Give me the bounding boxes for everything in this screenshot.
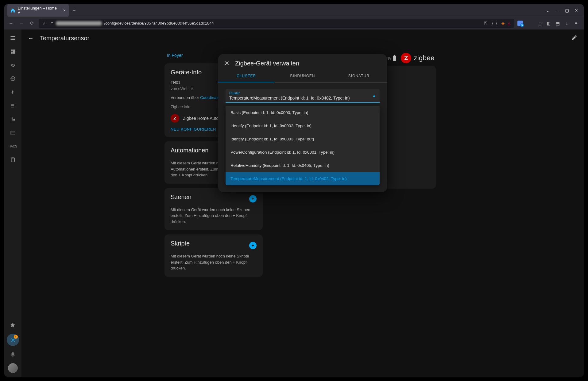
back-button[interactable]: ←: [28, 35, 34, 42]
shield-icon[interactable]: ◈: [501, 21, 505, 26]
cluster-select-value: TemperatureMeasurement (Endpoint id: 1, …: [229, 95, 376, 100]
svg-rect-0: [517, 21, 523, 26]
window-controls: ⌄ — ▢ ✕: [546, 8, 581, 13]
scenes-card: Szenen + Mit diesem Gerät wurden noch ke…: [164, 188, 263, 230]
browser-toolbar: ← → ⟳ ☆ ≡ /config/devices/device/9357a40…: [4, 17, 584, 29]
sidebar-item-map[interactable]: [7, 73, 19, 85]
dialog-close-button[interactable]: ✕: [224, 60, 230, 67]
edit-icon[interactable]: [571, 34, 578, 42]
close-icon[interactable]: ×: [63, 8, 66, 13]
scripts-title: Skripte: [171, 240, 190, 247]
dropdown-option[interactable]: Basic (Endpoint id: 1, Id: 0x0000, Type:…: [226, 106, 380, 119]
page-header: ← Temperatursensor: [21, 29, 584, 47]
cluster-dropdown: Basic (Endpoint id: 1, Id: 0x0000, Type:…: [226, 106, 380, 185]
cluster-select-label: Cluster: [229, 91, 376, 95]
browser-tab[interactable]: Einstellungen – Home A ×: [7, 4, 69, 17]
svg-rect-6: [394, 55, 395, 56]
app-menu-icon[interactable]: ≡: [573, 21, 579, 26]
sidebar-item-settings[interactable]: [7, 334, 19, 346]
sidebar-item-notifications[interactable]: [7, 348, 19, 361]
svg-rect-5: [393, 56, 396, 61]
user-avatar[interactable]: [8, 363, 18, 373]
site-info-icon[interactable]: ≡: [51, 21, 53, 26]
sidebar-item-todo[interactable]: [7, 154, 19, 166]
zigbee-brand: Ƶ zigbee: [401, 53, 435, 63]
tab-cluster[interactable]: CLUSTER: [218, 70, 274, 82]
addr-host-blurred: [56, 21, 102, 26]
tab-favicon: [10, 8, 15, 13]
dropdown-option[interactable]: Identify (Endpoint id: 1, Id: 0x0003, Ty…: [226, 119, 380, 132]
zigbee-logo-icon: Ƶ: [401, 53, 411, 63]
nav-forward-button[interactable]: →: [18, 21, 25, 26]
bookmark-icon[interactable]: ☆: [42, 21, 46, 26]
cluster-select[interactable]: Cluster TemperatureMeasurement (Endpoint…: [226, 89, 380, 103]
url-path: /config/devices/device/9357a400e9bd6e03c…: [104, 21, 214, 26]
dialog-title: Zigbee-Gerät verwalten: [235, 60, 299, 67]
sidebar-item-energy[interactable]: [7, 59, 19, 71]
extension-langtool-icon[interactable]: [517, 21, 523, 26]
svg-point-4: [12, 339, 14, 341]
scenes-title: Szenen: [171, 194, 191, 201]
dialog-tabs: CLUSTER BINDUNGEN SIGNATUR: [218, 70, 387, 83]
dropdown-option-selected[interactable]: TemperatureMeasurement (Endpoint id: 1, …: [226, 172, 380, 185]
scenes-empty-text: Mit diesem Gerät wurden noch keine Szene…: [171, 207, 257, 225]
add-scene-button[interactable]: +: [249, 195, 257, 202]
address-bar[interactable]: ☆ ≡ /config/devices/device/9357a400e9bd6…: [39, 19, 514, 28]
nav-reload-button[interactable]: ⟳: [28, 20, 36, 26]
extension-icons: ⬚ ◧ ⬒ ↓ ≡: [517, 21, 581, 26]
sidebar-item-devtools[interactable]: [7, 319, 19, 331]
automations-title: Automationen: [171, 147, 208, 154]
new-tab-button[interactable]: +: [72, 7, 76, 14]
sidebar-item-power[interactable]: [7, 86, 19, 98]
close-window-icon[interactable]: ✕: [574, 8, 578, 13]
share-icon[interactable]: ⋮⋮: [490, 21, 498, 26]
add-script-button[interactable]: +: [249, 242, 257, 249]
svg-rect-2: [11, 131, 15, 135]
dropdown-option[interactable]: RelativeHumidity (Endpoint id: 1, Id: 0x…: [226, 159, 380, 172]
dropdown-option[interactable]: Identify (Endpoint id: 1, Id: 0x0003, Ty…: [226, 132, 380, 146]
dropdown-option[interactable]: PowerConfiguration (Endpoint id: 1, Id: …: [226, 146, 380, 159]
browser-titlebar: Einstellungen – Home A × + ⌄ — ▢ ✕: [4, 4, 584, 17]
scripts-empty-text: Mit diesem Gerät wurden noch keine Skrip…: [171, 253, 257, 271]
sidebar-item-logbook[interactable]: [7, 100, 19, 112]
coordinator-link[interactable]: Coordinator: [200, 95, 221, 100]
warning-icon[interactable]: △: [508, 21, 511, 26]
download-icon[interactable]: ↓: [564, 21, 570, 26]
sidebar-item-history[interactable]: [7, 113, 19, 125]
sidebar-item-calendar[interactable]: [7, 127, 19, 139]
zigbee-icon: Ƶ: [171, 114, 179, 123]
sidebar-icon[interactable]: ◧: [546, 21, 551, 26]
sidebar-item-hacs[interactable]: HACS: [7, 140, 19, 152]
sidebar-item-overview[interactable]: [7, 45, 19, 58]
maximize-icon[interactable]: ▢: [565, 8, 569, 13]
caret-down-icon[interactable]: ⌄: [546, 8, 550, 13]
tab-signature[interactable]: SIGNATUR: [331, 70, 387, 82]
tab-bindings[interactable]: BINDUNGEN: [274, 70, 331, 82]
manage-zigbee-dialog: ✕ Zigbee-Gerät verwalten CLUSTER BINDUNG…: [218, 54, 387, 192]
minimize-icon[interactable]: —: [555, 8, 559, 13]
screenshot-icon[interactable]: ⬒: [555, 21, 560, 26]
nav-back-button[interactable]: ←: [7, 21, 15, 26]
page-title: Temperatursensor: [40, 35, 89, 42]
extensions-icon[interactable]: ⬚: [536, 21, 542, 26]
chevron-up-icon: ▲: [372, 93, 376, 98]
hamburger-menu-icon[interactable]: [7, 32, 19, 44]
scripts-card: Skripte + Mit diesem Gerät wurden noch k…: [164, 234, 263, 277]
open-external-icon[interactable]: ⇱: [484, 21, 487, 26]
tab-title: Einstellungen – Home A: [18, 6, 60, 15]
ha-sidebar: HACS: [4, 29, 21, 377]
